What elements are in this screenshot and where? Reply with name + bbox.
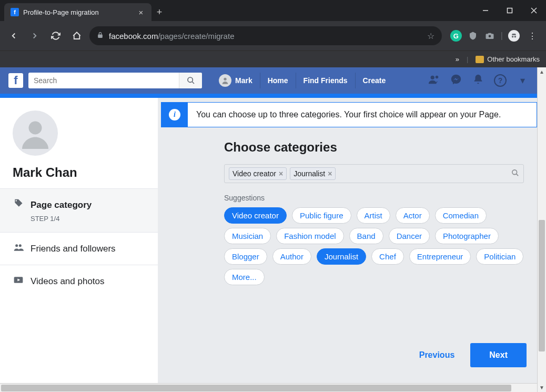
people-icon	[13, 242, 24, 255]
grammarly-icon[interactable]: G	[450, 30, 462, 42]
tab-close-icon[interactable]: ×	[137, 8, 145, 16]
svg-point-4	[489, 35, 491, 38]
step-label: Page category	[31, 200, 92, 210]
page-content: f Mark Home Find Friends Create ? ▾	[0, 67, 537, 392]
minimize-button[interactable]	[473, 0, 498, 21]
suggestion-pill[interactable]: Actor	[396, 207, 430, 224]
facebook-logo[interactable]: f	[8, 73, 23, 88]
friend-requests-icon[interactable]	[428, 74, 440, 88]
home-button[interactable]	[68, 27, 85, 44]
suggestion-pill[interactable]: Entrepreneur	[409, 248, 471, 265]
star-icon[interactable]: ☆	[427, 31, 434, 41]
step-videos-photos[interactable]: Videos and photos	[0, 265, 158, 297]
suggestion-pill[interactable]: Author	[272, 248, 311, 265]
step-page-category[interactable]: Page category STEP 1/4	[0, 188, 158, 232]
account-menu-icon[interactable]: ▾	[516, 75, 529, 86]
back-button[interactable]	[5, 27, 22, 44]
categories-heading: Choose categories	[224, 140, 524, 155]
svg-point-11	[436, 75, 439, 78]
svg-point-7	[188, 77, 193, 82]
suggestion-pill[interactable]: Blogger	[224, 248, 267, 265]
facebook-header: f Mark Home Find Friends Create ? ▾	[0, 67, 537, 94]
reload-button[interactable]	[47, 27, 64, 44]
facebook-nav: Mark Home Find Friends Create	[211, 73, 393, 88]
previous-button[interactable]: Previous	[414, 344, 460, 366]
info-banner: i You can choose up to three categories.…	[161, 102, 537, 127]
sidebar: Mark Chan Page category STEP 1/4 Friends…	[0, 98, 158, 383]
other-bookmarks-button[interactable]: Other bookmarks	[476, 55, 540, 63]
messenger-icon[interactable]	[450, 74, 462, 88]
step-friends-followers[interactable]: Friends and followers	[0, 232, 158, 265]
shield-icon[interactable]	[467, 30, 479, 42]
footer-buttons: Previous Next	[161, 327, 537, 367]
browser-menu-button[interactable]: ⋮	[524, 31, 541, 41]
forward-button[interactable]	[26, 27, 43, 44]
step-label: Friends and followers	[31, 244, 116, 254]
browser-tab[interactable]: f Profile-to-Page migration ×	[4, 3, 151, 21]
categories-input[interactable]: Video creator× Journalist×	[224, 164, 524, 183]
suggestion-pill[interactable]: Chef	[371, 248, 404, 265]
notifications-icon[interactable]	[472, 74, 484, 88]
titlebar: f Profile-to-Page migration × +	[0, 0, 546, 21]
search-input[interactable]	[28, 76, 179, 85]
scroll-down-icon[interactable]: ▼	[538, 383, 546, 392]
bookmarks-bar: » | Other bookmarks	[0, 51, 546, 67]
scrollbar-thumb[interactable]	[539, 220, 545, 351]
remove-chip-icon[interactable]: ×	[279, 169, 283, 178]
suggestion-pill[interactable]: Artist	[357, 207, 390, 224]
avatar	[13, 110, 58, 156]
suggestion-pill[interactable]: Photographer	[435, 228, 499, 244]
tab-title: Profile-to-Page migration	[23, 8, 133, 16]
main-layout: Mark Chan Page category STEP 1/4 Friends…	[0, 98, 537, 383]
horizontal-scrollbar[interactable]	[0, 383, 537, 392]
search-button[interactable]	[179, 73, 202, 88]
nav-create[interactable]: Create	[355, 73, 393, 88]
categories-panel: Choose categories Video creator× Journal…	[161, 127, 524, 285]
video-icon	[13, 275, 24, 288]
svg-point-5	[512, 36, 514, 38]
nav-home[interactable]: Home	[260, 73, 296, 88]
step-sub: STEP 1/4	[31, 215, 145, 223]
window-controls	[473, 0, 546, 21]
new-tab-button[interactable]: +	[151, 3, 167, 21]
suggestion-pill[interactable]: Journalist	[317, 248, 366, 265]
close-button[interactable]	[522, 0, 546, 21]
camera-icon[interactable]	[484, 30, 496, 42]
help-icon[interactable]: ?	[494, 74, 507, 87]
extension-icons: G |	[450, 30, 520, 42]
category-chip: Video creator×	[229, 167, 287, 180]
browser-chrome: f Profile-to-Page migration × + facebook…	[0, 0, 546, 67]
incognito-icon[interactable]	[508, 30, 520, 42]
suggestion-pill[interactable]: Musician	[224, 228, 271, 244]
search-icon[interactable]	[511, 169, 519, 178]
suggestion-pills: Video creatorPublic figureArtistActorCom…	[224, 207, 524, 285]
nav-find-friends[interactable]: Find Friends	[296, 73, 355, 88]
facebook-header-icons: ? ▾	[428, 74, 529, 88]
address-bar[interactable]: facebook.com/pages/create/migrate ☆	[89, 26, 442, 45]
suggestion-pill[interactable]: Comedian	[435, 207, 487, 224]
profile-block: Mark Chan	[0, 98, 158, 188]
avatar-small	[219, 74, 231, 87]
scroll-up-icon[interactable]: ▲	[538, 67, 546, 76]
suggestion-pill[interactable]: More...	[224, 269, 265, 285]
url-text: facebook.com/pages/create/migrate	[109, 32, 234, 41]
suggestion-pill[interactable]: Video creator	[224, 207, 287, 224]
suggestion-pill[interactable]: Public figure	[292, 207, 351, 224]
suggestion-pill[interactable]: Dancer	[389, 228, 430, 244]
next-button[interactable]: Next	[470, 343, 527, 367]
bookmarks-overflow[interactable]: »	[456, 55, 459, 63]
suggestion-pill[interactable]: Politician	[476, 248, 523, 265]
maximize-button[interactable]	[498, 0, 522, 21]
vertical-scrollbar[interactable]: ▲ ▼	[537, 67, 546, 392]
category-chip: Journalist×	[290, 167, 336, 180]
svg-point-13	[15, 244, 18, 247]
step-label: Videos and photos	[31, 276, 105, 287]
remove-chip-icon[interactable]: ×	[328, 169, 332, 178]
svg-point-6	[514, 36, 517, 38]
suggestion-pill[interactable]: Fashion model	[276, 228, 343, 244]
tag-icon	[13, 198, 24, 212]
page-area: i You can choose up to three categories.…	[158, 98, 537, 383]
suggestion-pill[interactable]: Band	[349, 228, 383, 244]
scrollbar-thumb[interactable]	[1, 385, 511, 391]
nav-profile[interactable]: Mark	[211, 73, 260, 88]
